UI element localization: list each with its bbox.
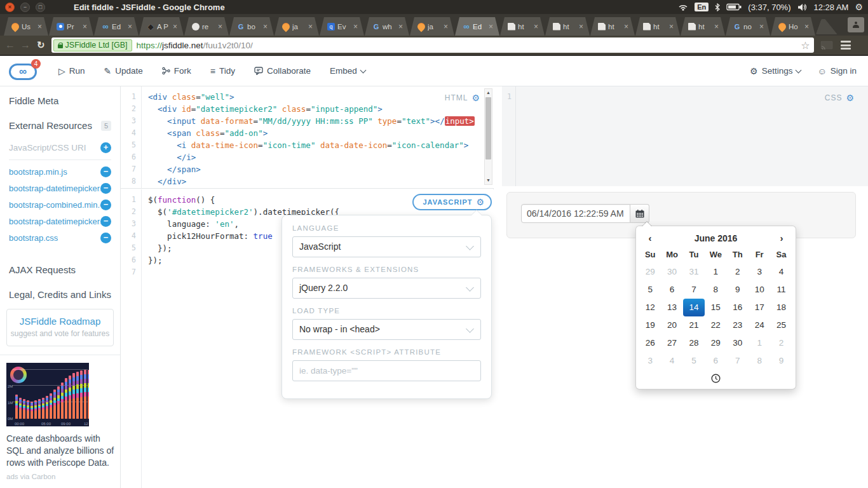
sidebar-item-external-resources[interactable]: External Resources xyxy=(9,120,92,131)
tab-close-icon[interactable]: × xyxy=(534,23,538,30)
calendar-toggle-button[interactable] xyxy=(630,204,649,223)
calendar-day[interactable]: 5 xyxy=(639,281,661,299)
cast-icon[interactable] xyxy=(820,41,833,50)
calendar-day[interactable]: 30 xyxy=(661,263,682,281)
tab-close-icon[interactable]: × xyxy=(398,23,403,30)
chrome-menu-icon[interactable] xyxy=(841,41,851,50)
calendar-day[interactable]: 17 xyxy=(749,299,770,316)
add-resource-icon[interactable]: + xyxy=(100,142,111,153)
scrollbar-thumb[interactable] xyxy=(485,97,491,159)
ad-image[interactable]: 2M 1M 0M 00:00 05:00 09:00 12 xyxy=(6,363,89,426)
keyboard-layout-indicator[interactable]: En xyxy=(695,3,709,11)
calendar-day[interactable]: 1 xyxy=(749,334,770,352)
tab-close-icon[interactable]: × xyxy=(624,23,628,30)
prev-month-icon[interactable]: ‹ xyxy=(639,233,661,243)
tab-close-icon[interactable]: × xyxy=(263,23,268,30)
tab-close-icon[interactable]: × xyxy=(714,23,719,30)
calendar-day[interactable]: 10 xyxy=(749,281,770,299)
calendar-day[interactable]: 30 xyxy=(727,334,749,352)
tab-close-icon[interactable]: × xyxy=(669,23,674,30)
editor-scrollbar[interactable]: ▲ ▼ xyxy=(484,88,492,185)
back-button[interactable]: ← xyxy=(5,39,15,51)
calendar-day[interactable]: 16 xyxy=(727,299,749,316)
browser-tab[interactable]: qEv× xyxy=(320,17,364,36)
settings-button[interactable]: ⚙ Settings xyxy=(750,66,801,76)
reload-button[interactable]: ↻ xyxy=(37,39,45,51)
roadmap-link[interactable]: JSFiddle Roadmap xyxy=(10,316,111,327)
bluetooth-icon[interactable] xyxy=(715,3,720,11)
calendar-day[interactable]: 29 xyxy=(639,263,661,281)
load-type-select[interactable]: No wrap - in <head> xyxy=(292,319,481,340)
ad-text[interactable]: Create dashboards with SQL and analyze b… xyxy=(6,433,116,469)
tab-close-icon[interactable]: × xyxy=(308,23,313,30)
clock-text[interactable]: 12:28 AM xyxy=(814,3,849,12)
frameworks-select[interactable]: jQuery 2.2.0 xyxy=(292,278,481,299)
browser-tab[interactable]: Gwh× xyxy=(365,17,409,36)
profile-button[interactable] xyxy=(848,17,864,32)
session-gear-icon[interactable]: ⚙ xyxy=(855,2,863,12)
calendar-day[interactable]: 19 xyxy=(639,316,661,334)
script-attribute-input[interactable]: ie. data-type="" xyxy=(292,360,481,381)
embed-button[interactable]: Embed xyxy=(330,66,365,76)
calendar-day[interactable]: 24 xyxy=(749,316,770,334)
sign-in-button[interactable]: ☺ Sign in xyxy=(817,66,857,76)
collaborate-button[interactable]: Collaborate xyxy=(254,66,311,76)
update-button[interactable]: ✎ Update xyxy=(104,66,143,76)
calendar-day[interactable]: 4 xyxy=(770,263,792,281)
tab-close-icon[interactable]: × xyxy=(444,23,448,30)
css-settings-gear-icon[interactable]: ⚙ xyxy=(846,93,854,103)
language-select[interactable]: JavaScript xyxy=(292,236,481,257)
calendar-day[interactable]: 28 xyxy=(683,334,705,352)
calendar-day[interactable]: 23 xyxy=(727,316,749,334)
calendar-day[interactable]: 9 xyxy=(770,352,792,370)
browser-tab[interactable]: re× xyxy=(184,17,229,36)
tab-close-icon[interactable]: × xyxy=(804,23,809,30)
window-maximize-icon[interactable]: □ xyxy=(36,3,45,12)
browser-tab[interactable]: ht× xyxy=(635,17,680,36)
window-minimize-icon[interactable]: − xyxy=(20,3,30,12)
resource-link[interactable]: bootstrap-datetimepicker.min.css xyxy=(9,217,100,226)
html-settings-gear-icon[interactable]: ⚙ xyxy=(471,93,480,103)
ssl-badge[interactable]: JSFiddle Ltd [GB] xyxy=(53,39,132,51)
window-close-icon[interactable]: × xyxy=(5,3,15,12)
calendar-day[interactable]: 4 xyxy=(661,352,682,370)
calendar-day[interactable]: 7 xyxy=(683,281,705,299)
calendar-day[interactable]: 12 xyxy=(639,299,661,316)
battery-icon[interactable] xyxy=(726,3,742,11)
calendar-day[interactable]: 27 xyxy=(661,334,682,352)
month-label[interactable]: June 2016 xyxy=(661,233,771,243)
address-bar[interactable]: JSFiddle Ltd [GB] https://jsfiddle.net/f… xyxy=(51,37,814,53)
tab-close-icon[interactable]: × xyxy=(173,23,177,30)
wifi-icon[interactable] xyxy=(678,3,688,11)
remove-resource-icon[interactable]: − xyxy=(100,166,111,177)
browser-tab[interactable]: ∞Ed× xyxy=(455,17,499,36)
time-picker-toggle[interactable] xyxy=(639,370,792,386)
calendar-day[interactable]: 6 xyxy=(705,352,726,370)
resource-uri-input[interactable]: JavaScript/CSS URI xyxy=(9,143,86,152)
html-code-editor[interactable]: <div class="well"> <div id="datetimepick… xyxy=(142,86,494,188)
forward-button[interactable]: → xyxy=(20,39,31,51)
browser-tab[interactable]: ja× xyxy=(275,17,319,36)
remove-resource-icon[interactable]: − xyxy=(100,183,111,194)
calendar-day[interactable]: 2 xyxy=(727,263,749,281)
sidebar-item-ajax-requests[interactable]: AJAX Requests xyxy=(9,264,111,275)
run-button[interactable]: ▷ Run xyxy=(58,66,85,76)
tab-close-icon[interactable]: × xyxy=(218,23,222,30)
new-tab-button[interactable] xyxy=(816,19,847,34)
calendar-day[interactable]: 6 xyxy=(661,281,682,299)
calendar-day[interactable]: 31 xyxy=(683,263,705,281)
bookmark-star-icon[interactable]: ☆ xyxy=(801,39,810,51)
scroll-down-icon[interactable]: ▼ xyxy=(485,177,492,184)
tidy-button[interactable]: ≡ Tidy xyxy=(210,66,235,76)
tab-close-icon[interactable]: × xyxy=(353,23,358,30)
browser-tab[interactable]: Ho× xyxy=(771,17,815,36)
calendar-day[interactable]: 2 xyxy=(770,334,792,352)
scroll-up-icon[interactable]: ▲ xyxy=(485,89,492,97)
resource-link[interactable]: bootstrap.min.js xyxy=(9,167,67,177)
battery-status-text[interactable]: (3:37, 70%) xyxy=(748,3,790,12)
calendar-day[interactable]: 21 xyxy=(683,316,705,334)
calendar-day[interactable]: 15 xyxy=(705,299,726,316)
calendar-day[interactable]: 1 xyxy=(705,263,726,281)
tab-close-icon[interactable]: × xyxy=(489,23,493,30)
calendar-day[interactable]: 29 xyxy=(705,334,726,352)
